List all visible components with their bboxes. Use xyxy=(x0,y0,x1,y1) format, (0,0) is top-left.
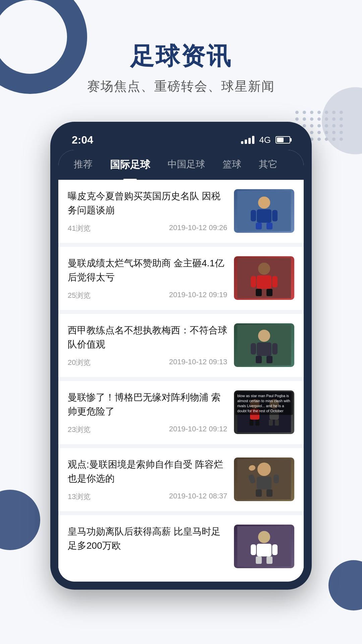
svg-rect-34 xyxy=(266,489,273,497)
tab-basketball[interactable]: 篮球 xyxy=(214,150,250,180)
news-views-1: 41浏览 xyxy=(68,223,90,233)
svg-rect-11 xyxy=(266,289,273,296)
tab-china-football[interactable]: 中国足球 xyxy=(159,150,214,180)
svg-rect-16 xyxy=(257,342,272,356)
player-icon-1 xyxy=(237,191,291,231)
news-date-3: 2019-10-12 09:13 xyxy=(169,358,227,368)
news-views-4: 23浏览 xyxy=(68,425,90,435)
news-title-6: 皇马功勋离队后获得高薪 比皇马时足足多200万欧 xyxy=(68,525,227,553)
page-title: 足球资讯 xyxy=(0,40,362,72)
phone-screen: 推荐 国际足球 中国足球 篮球 其它 曝皮克今夏曾购买英国历史名队 因税务问题谈… xyxy=(58,150,304,582)
player-icon-3 xyxy=(237,325,291,365)
news-date-2: 2019-10-12 09:19 xyxy=(169,290,227,301)
news-meta-2: 25浏览 2019-10-12 09:19 xyxy=(68,290,227,301)
news-meta-4: 23浏览 2019-10-12 09:12 xyxy=(68,425,227,435)
svg-point-39 xyxy=(258,531,270,543)
news-date-5: 2019-10-12 08:37 xyxy=(169,492,227,502)
news-content-5: 观点:曼联困境是索帅自作自受 阵容烂也是你选的 13浏览 2019-10-12 … xyxy=(68,458,227,502)
svg-rect-33 xyxy=(256,489,262,497)
svg-rect-10 xyxy=(256,289,262,296)
svg-rect-6 xyxy=(272,210,278,221)
svg-rect-12 xyxy=(251,276,256,287)
svg-rect-29 xyxy=(275,420,279,426)
news-meta-5: 13浏览 2019-10-12 08:37 xyxy=(68,492,227,502)
news-content-3: 西甲教练点名不想执教梅西：不符合球队价值观 20浏览 2019-10-12 09… xyxy=(68,323,227,368)
svg-rect-18 xyxy=(266,356,273,363)
svg-rect-13 xyxy=(272,276,278,287)
news-title-5: 观点:曼联困境是索帅自作自受 阵容烂也是你选的 xyxy=(68,458,227,486)
news-meta-1: 41浏览 2019-10-12 09:26 xyxy=(68,223,227,233)
network-label: 4G xyxy=(259,135,271,145)
news-content-1: 曝皮克今夏曾购买英国历史名队 因税务问题谈崩 41浏览 2019-10-12 0… xyxy=(68,189,227,233)
news-thumb-5 xyxy=(234,458,294,501)
svg-rect-4 xyxy=(266,223,273,229)
news-date-1: 2019-10-12 09:26 xyxy=(169,223,227,233)
news-item-6[interactable]: 皇马功勋离队后获得高薪 比皇马时足足多200万欧 xyxy=(58,515,304,578)
svg-rect-24 xyxy=(249,420,253,426)
signal-icon xyxy=(241,136,254,144)
news-content-4: 曼联惨了！博格巴无缘对阵利物浦 索帅更危险了 23浏览 2019-10-12 0… xyxy=(68,390,227,435)
news-title-1: 曝皮克今夏曾购买英国历史名队 因税务问题谈崩 xyxy=(68,189,227,217)
news-thumb-4: blow as star man Paul Pogba is almost ce… xyxy=(234,390,294,434)
svg-rect-3 xyxy=(256,223,262,229)
battery-icon xyxy=(276,136,290,144)
page-subtitle: 赛场焦点、重磅转会、球星新闻 xyxy=(0,78,362,95)
player-icon-2 xyxy=(237,258,291,298)
news-views-5: 13浏览 xyxy=(68,492,90,502)
news-thumb-overlay-4: blow as star man Paul Pogba is almost ce… xyxy=(235,392,293,415)
news-thumb-2 xyxy=(234,256,294,300)
svg-rect-17 xyxy=(256,356,262,363)
news-item-1[interactable]: 曝皮克今夏曾购买英国历史名队 因税务问题谈崩 41浏览 2019-10-12 0… xyxy=(58,180,304,243)
nav-tabs: 推荐 国际足球 中国足球 篮球 其它 xyxy=(58,150,304,180)
news-thumb-3 xyxy=(234,323,294,367)
news-views-3: 20浏览 xyxy=(68,358,90,368)
svg-point-1 xyxy=(258,197,270,209)
svg-rect-20 xyxy=(272,343,278,355)
tab-other[interactable]: 其它 xyxy=(250,150,286,180)
news-title-3: 西甲教练点名不想执教梅西：不符合球队价值观 xyxy=(68,323,227,352)
news-date-4: 2019-10-12 09:12 xyxy=(169,425,227,435)
svg-rect-19 xyxy=(251,343,256,355)
status-bar: 2:04 4G xyxy=(58,130,304,150)
tab-international-football[interactable]: 国际足球 xyxy=(101,150,159,180)
svg-rect-32 xyxy=(257,477,272,489)
news-content-2: 曼联成绩太烂气坏赞助商 金主砸4.1亿后觉得太亏 25浏览 2019-10-12… xyxy=(68,256,227,301)
time-display: 2:04 xyxy=(72,134,93,146)
phone-status-icons: 4G xyxy=(241,135,290,145)
news-views-2: 25浏览 xyxy=(68,290,90,301)
svg-rect-44 xyxy=(272,544,278,555)
news-thumb-6 xyxy=(234,525,294,568)
svg-rect-40 xyxy=(257,544,272,556)
svg-rect-43 xyxy=(251,544,256,555)
svg-point-31 xyxy=(257,463,271,476)
news-item-3[interactable]: 西甲教练点名不想执教梅西：不符合球队价值观 20浏览 2019-10-12 09… xyxy=(58,314,304,377)
player-icon-5 xyxy=(237,459,291,499)
svg-rect-5 xyxy=(251,210,256,221)
player-icon-6 xyxy=(237,526,291,567)
news-item-5[interactable]: 观点:曼联困境是索帅自作自受 阵容烂也是你选的 13浏览 2019-10-12 … xyxy=(58,448,304,511)
news-item-2[interactable]: 曼联成绩太烂气坏赞助商 金主砸4.1亿后觉得太亏 25浏览 2019-10-12… xyxy=(58,247,304,310)
svg-rect-42 xyxy=(266,556,273,564)
phone-mockup: 2:04 4G 推荐 国际足球 中国足球 篮球 xyxy=(50,122,312,590)
tab-recommend[interactable]: 推荐 xyxy=(65,150,101,180)
svg-rect-41 xyxy=(256,556,262,564)
svg-rect-25 xyxy=(255,420,259,426)
phone-wrapper: 2:04 4G 推荐 国际足球 中国足球 篮球 xyxy=(0,122,362,623)
news-meta-3: 20浏览 2019-10-12 09:13 xyxy=(68,358,227,368)
svg-point-8 xyxy=(258,263,270,275)
news-content-6: 皇马功勋离队后获得高薪 比皇马时足足多200万欧 xyxy=(68,525,227,559)
svg-rect-9 xyxy=(257,275,272,289)
news-title-2: 曼联成绩太烂气坏赞助商 金主砸4.1亿后觉得太亏 xyxy=(68,256,227,284)
news-list: 曝皮克今夏曾购买英国历史名队 因税务问题谈崩 41浏览 2019-10-12 0… xyxy=(58,180,304,578)
svg-point-15 xyxy=(258,330,270,342)
news-thumb-1 xyxy=(234,189,294,233)
page-header: 足球资讯 赛场焦点、重磅转会、球星新闻 xyxy=(0,0,362,102)
svg-rect-28 xyxy=(269,420,273,426)
svg-rect-2 xyxy=(257,209,272,223)
news-item-4[interactable]: 曼联惨了！博格巴无缘对阵利物浦 索帅更危险了 23浏览 2019-10-12 0… xyxy=(58,381,304,444)
news-title-4: 曼联惨了！博格巴无缘对阵利物浦 索帅更危险了 xyxy=(68,390,227,419)
svg-rect-36 xyxy=(274,475,279,483)
